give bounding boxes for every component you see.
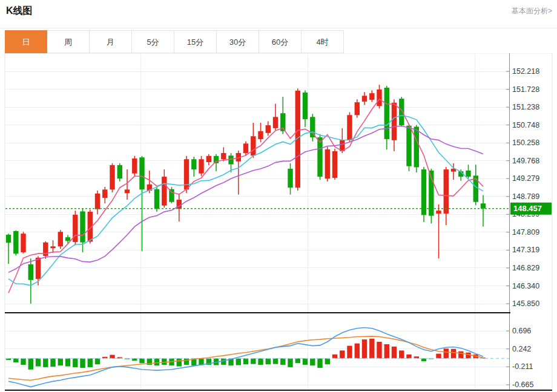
candle[interactable] <box>243 143 248 153</box>
candle[interactable] <box>436 211 441 214</box>
macd-bar[interactable] <box>110 355 114 359</box>
macd-bar[interactable] <box>154 359 159 366</box>
candle[interactable] <box>406 126 411 166</box>
tab-15分[interactable]: 15分 <box>174 30 217 53</box>
tab-4时[interactable]: 4时 <box>302 30 344 53</box>
candle[interactable] <box>310 117 315 137</box>
fundamental-analysis-link[interactable]: 基本面分析> <box>512 6 552 16</box>
macd-bar[interactable] <box>243 359 248 365</box>
macd-bar[interactable] <box>369 339 374 359</box>
candle[interactable] <box>221 153 226 159</box>
candle[interactable] <box>347 115 352 140</box>
candle[interactable] <box>139 157 144 189</box>
candle[interactable] <box>154 189 159 209</box>
tab-日[interactable]: 日 <box>5 30 47 53</box>
candle[interactable] <box>162 177 166 206</box>
macd-bar[interactable] <box>177 359 182 367</box>
macd-bar[interactable] <box>95 359 100 365</box>
candle[interactable] <box>362 96 367 102</box>
candle[interactable] <box>288 169 292 188</box>
tab-60分[interactable]: 60分 <box>259 30 302 53</box>
macd-bar[interactable] <box>28 359 33 370</box>
tab-5分[interactable]: 5分 <box>132 30 174 53</box>
candle[interactable] <box>273 117 278 128</box>
macd-bar[interactable] <box>377 342 381 359</box>
macd-bar[interactable] <box>332 354 337 359</box>
tab-30分[interactable]: 30分 <box>217 30 259 53</box>
candle[interactable] <box>206 156 211 162</box>
macd-bar[interactable] <box>295 359 300 364</box>
candle[interactable] <box>444 169 449 214</box>
macd-bar[interactable] <box>458 351 463 359</box>
candle[interactable] <box>466 171 470 177</box>
macd-bar[interactable] <box>325 359 330 365</box>
macd-bar[interactable] <box>399 350 404 358</box>
candle[interactable] <box>251 136 255 155</box>
candle[interactable] <box>13 231 18 253</box>
macd-bar[interactable] <box>139 359 144 364</box>
tab-月[interactable]: 月 <box>90 30 132 53</box>
macd-bar[interactable] <box>340 350 344 358</box>
macd-bar[interactable] <box>65 359 70 367</box>
candle[interactable] <box>228 155 233 164</box>
macd-bar[interactable] <box>451 349 456 359</box>
candle[interactable] <box>414 127 419 168</box>
macd-bar[interactable] <box>317 359 322 368</box>
candle[interactable] <box>325 149 330 178</box>
macd-bar[interactable] <box>444 348 449 358</box>
candle[interactable] <box>117 165 122 178</box>
candle[interactable] <box>258 131 263 139</box>
macd-bar[interactable] <box>258 359 263 365</box>
macd-bar[interactable] <box>362 339 367 358</box>
macd-bar[interactable] <box>280 359 285 365</box>
candle[interactable] <box>125 189 130 193</box>
candle[interactable] <box>384 88 389 139</box>
macd-bar[interactable] <box>80 359 85 368</box>
macd-bar[interactable] <box>303 359 308 365</box>
candle[interactable] <box>28 264 33 280</box>
macd-bar[interactable] <box>73 359 77 367</box>
candle[interactable] <box>369 93 374 100</box>
candle[interactable] <box>102 189 107 198</box>
macd-bar[interactable] <box>288 359 292 367</box>
macd-bar[interactable] <box>184 359 189 365</box>
candle[interactable] <box>332 151 337 178</box>
kline-chart-svg[interactable]: 152.218151.728151.238150.748150.258149.7… <box>0 53 557 392</box>
candle[interactable] <box>65 237 70 241</box>
candle[interactable] <box>303 93 308 119</box>
candle[interactable] <box>191 159 196 169</box>
macd-bar[interactable] <box>436 354 441 359</box>
macd-bar[interactable] <box>88 359 93 367</box>
macd-bar[interactable] <box>21 359 25 365</box>
macd-bar[interactable] <box>58 359 63 366</box>
candle[interactable] <box>377 90 381 106</box>
candle[interactable] <box>214 156 219 163</box>
candle[interactable] <box>392 103 397 140</box>
candle[interactable] <box>169 189 174 202</box>
candle[interactable] <box>132 158 137 174</box>
candle[interactable] <box>80 211 85 242</box>
candle[interactable] <box>355 102 360 115</box>
macd-bar[interactable] <box>236 359 241 365</box>
candle[interactable] <box>95 194 100 209</box>
candle[interactable] <box>317 137 322 177</box>
candle[interactable] <box>50 246 55 248</box>
candle[interactable] <box>36 258 41 279</box>
tab-周[interactable]: 周 <box>47 30 90 53</box>
candle[interactable] <box>110 165 114 189</box>
macd-bar[interactable] <box>347 346 352 359</box>
candle[interactable] <box>481 203 486 209</box>
macd-bar[interactable] <box>162 359 166 365</box>
macd-bar[interactable] <box>392 347 397 359</box>
macd-bar[interactable] <box>36 359 41 367</box>
macd-bar[interactable] <box>384 344 389 359</box>
macd-bar[interactable] <box>466 353 470 359</box>
candle[interactable] <box>6 235 11 243</box>
macd-bar[interactable] <box>43 359 48 367</box>
macd-bar[interactable] <box>13 359 18 363</box>
candle[interactable] <box>399 99 404 125</box>
candle[interactable] <box>58 232 63 246</box>
macd-bar[interactable] <box>310 359 315 366</box>
candle[interactable] <box>199 159 203 174</box>
macd-bar[interactable] <box>266 359 271 365</box>
